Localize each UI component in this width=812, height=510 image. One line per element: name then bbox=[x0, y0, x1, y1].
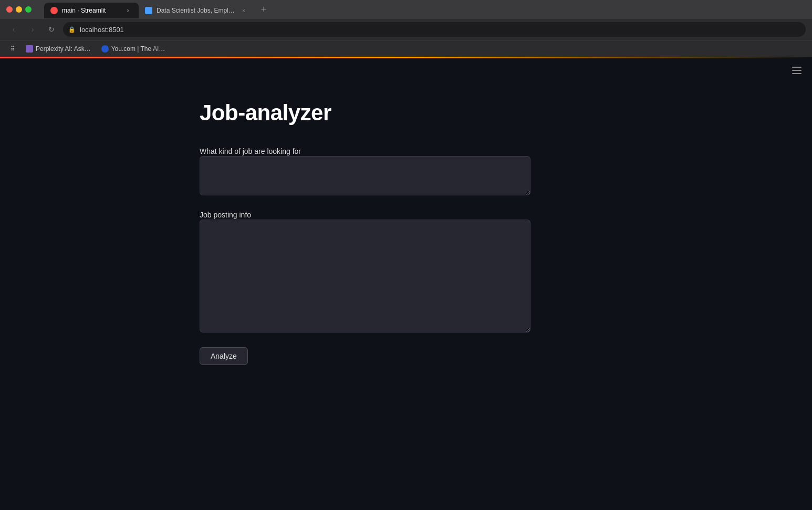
lock-icon: 🔒 bbox=[68, 26, 76, 33]
address-bar-row: ‹ › ↻ 🔒 bbox=[0, 19, 812, 40]
tab-close-jobs[interactable]: × bbox=[240, 6, 248, 15]
hamburger-line-3 bbox=[792, 73, 801, 74]
browser-chrome: main · Streamlit × Data Scientist Jobs, … bbox=[0, 0, 812, 57]
hamburger-line-1 bbox=[792, 67, 801, 68]
analyze-button[interactable]: Analyze bbox=[200, 347, 248, 365]
bookmarks-bar: ⠿ Perplexity AI: Ask… You.com | The AI… bbox=[0, 40, 812, 57]
hamburger-line-2 bbox=[792, 70, 801, 71]
title-bar: main · Streamlit × Data Scientist Jobs, … bbox=[0, 0, 812, 19]
tab-favicon-jobs bbox=[145, 7, 152, 14]
job-type-field-group: What kind of job are looking for bbox=[200, 147, 530, 197]
hamburger-menu-button[interactable] bbox=[790, 65, 804, 76]
apps-icon[interactable]: ⠿ bbox=[6, 44, 19, 54]
main-content: Job-analyzer What kind of job are lookin… bbox=[0, 58, 812, 492]
tab-streamlit[interactable]: main · Streamlit × bbox=[44, 3, 139, 18]
app-title: Job-analyzer bbox=[200, 100, 331, 126]
tab-title-jobs: Data Scientist Jobs, Employme… bbox=[157, 7, 235, 14]
close-window-button[interactable] bbox=[6, 6, 13, 13]
tab-title-streamlit: main · Streamlit bbox=[62, 7, 120, 14]
minimize-window-button[interactable] bbox=[16, 6, 22, 13]
you-label: You.com | The AI… bbox=[111, 45, 165, 53]
bookmark-perplexity[interactable]: Perplexity AI: Ask… bbox=[22, 44, 95, 54]
tab-favicon-streamlit bbox=[50, 7, 58, 14]
job-posting-field-group: Job posting info bbox=[200, 210, 530, 335]
job-posting-input[interactable] bbox=[200, 220, 530, 332]
maximize-window-button[interactable] bbox=[25, 6, 32, 13]
address-input[interactable] bbox=[63, 22, 806, 37]
job-posting-label: Job posting info bbox=[200, 211, 251, 219]
apps-grid-icon: ⠿ bbox=[11, 45, 15, 53]
perplexity-favicon bbox=[26, 45, 33, 53]
app-container: Job-analyzer What kind of job are lookin… bbox=[0, 58, 812, 492]
address-bar-container: 🔒 bbox=[63, 22, 806, 37]
tab-close-streamlit[interactable]: × bbox=[124, 6, 132, 15]
forward-button[interactable]: › bbox=[25, 22, 40, 37]
perplexity-label: Perplexity AI: Ask… bbox=[36, 45, 91, 53]
job-type-label: What kind of job are looking for bbox=[200, 147, 301, 155]
tabs-bar: main · Streamlit × Data Scientist Jobs, … bbox=[40, 1, 275, 18]
bookmark-you[interactable]: You.com | The AI… bbox=[97, 44, 170, 54]
job-type-input[interactable] bbox=[200, 156, 530, 195]
traffic-lights bbox=[6, 6, 32, 13]
form-section: What kind of job are looking for Job pos… bbox=[200, 147, 530, 365]
you-favicon bbox=[101, 45, 109, 53]
tab-jobs[interactable]: Data Scientist Jobs, Employme… × bbox=[139, 3, 254, 18]
new-tab-button[interactable]: + bbox=[256, 2, 271, 17]
refresh-button[interactable]: ↻ bbox=[44, 22, 59, 37]
back-button[interactable]: ‹ bbox=[6, 22, 21, 37]
